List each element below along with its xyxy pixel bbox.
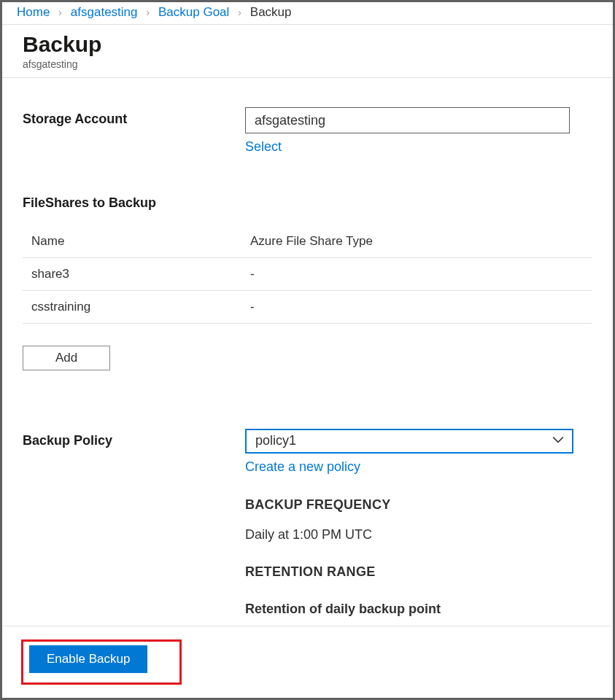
page-subtitle: afsgatesting <box>23 58 592 70</box>
chevron-right-icon: › <box>233 6 247 18</box>
fileshare-type: - <box>241 258 592 291</box>
breadcrumb-link-backup-goal[interactable]: Backup Goal <box>158 5 229 19</box>
backup-policy-selected-value[interactable]: policy1 <box>245 429 573 454</box>
footer-bar: Enable Backup <box>4 626 611 696</box>
fileshares-col-type: Azure File Share Type <box>241 225 592 258</box>
retention-range-header: RETENTION RANGE <box>245 562 592 582</box>
main-content: Storage Account Select FileShares to Bac… <box>2 107 613 649</box>
breadcrumb-link-resource[interactable]: afsgatesting <box>71 5 138 19</box>
fileshare-name: share3 <box>23 258 241 291</box>
fileshare-type: - <box>241 291 592 324</box>
breadcrumb: Home › afsgatesting › Backup Goal › Back… <box>2 2 613 25</box>
backup-frequency-header: BACKUP FREQUENCY <box>245 495 592 515</box>
storage-account-select-link[interactable]: Select <box>245 139 282 155</box>
fileshares-section-title: FileShares to Backup <box>23 195 592 211</box>
page-header: Backup afsgatesting <box>2 25 613 78</box>
breadcrumb-link-home[interactable]: Home <box>17 5 50 19</box>
add-button[interactable]: Add <box>23 346 110 370</box>
table-row: csstraining - <box>23 291 592 324</box>
table-row: share3 - <box>23 258 592 291</box>
app-frame: Home › afsgatesting › Backup Goal › Back… <box>0 0 615 700</box>
backup-frequency-value: Daily at 1:00 PM UTC <box>245 525 592 545</box>
backup-policy-select[interactable]: policy1 <box>245 429 573 454</box>
storage-account-row: Storage Account Select <box>23 107 592 155</box>
chevron-right-icon: › <box>141 6 155 18</box>
create-new-policy-link[interactable]: Create a new policy <box>245 459 360 475</box>
page-title: Backup <box>23 32 592 57</box>
backup-policy-row: Backup Policy policy1 Create a new polic… <box>23 429 592 649</box>
enable-backup-button[interactable]: Enable Backup <box>29 645 147 673</box>
fileshares-table: Name Azure File Share Type share3 - csst… <box>23 225 592 324</box>
storage-account-input[interactable] <box>245 107 570 133</box>
chevron-right-icon: › <box>53 6 67 18</box>
breadcrumb-current: Backup <box>250 5 292 19</box>
backup-policy-label: Backup Policy <box>23 429 245 448</box>
retention-daily-header: Retention of daily backup point <box>245 599 592 619</box>
fileshare-name: csstraining <box>23 291 241 324</box>
fileshares-col-name: Name <box>23 225 241 258</box>
storage-account-label: Storage Account <box>23 107 245 127</box>
